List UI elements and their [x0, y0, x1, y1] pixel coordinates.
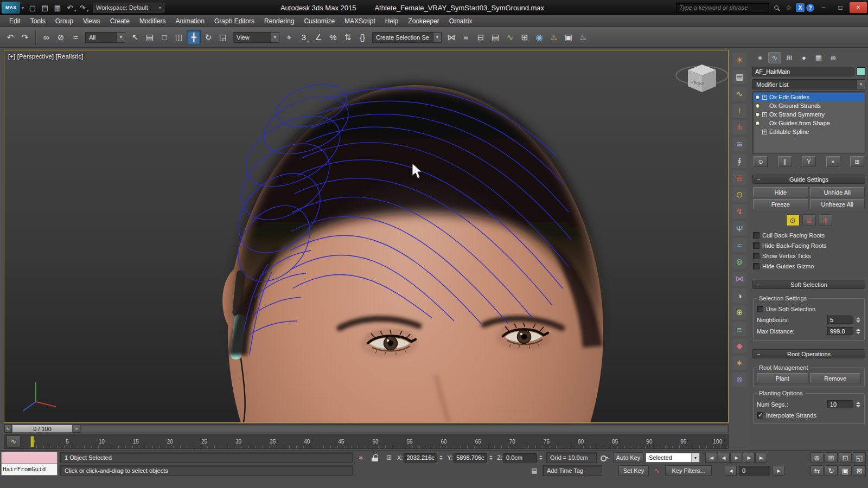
tab-hierarchy[interactable]: ⊞	[783, 52, 796, 63]
modifier-enable-bulb-icon[interactable]	[755, 104, 760, 108]
previous-frame-button[interactable]: ◀	[725, 466, 737, 476]
checkbox[interactable]	[753, 263, 760, 269]
rollout-header-root-operations[interactable]: − Root Operations	[752, 349, 865, 358]
tab-motion[interactable]: ●	[797, 52, 810, 63]
modifier-stack-item[interactable]: Ox Ground Strands	[754, 101, 864, 110]
time-slider-next-arrow[interactable]: >	[73, 425, 80, 433]
go-to-start-button[interactable]: |◀	[705, 453, 717, 463]
coordinate-field[interactable]: X: 2032.216c	[397, 453, 444, 463]
rollout-header-soft-selection[interactable]: − Soft Selection	[752, 280, 865, 289]
brush-guides-button[interactable]: ≣	[802, 214, 816, 226]
layer-manager-icon[interactable]: ⊟	[474, 30, 488, 45]
comb-guides-button[interactable]: ⋔	[819, 214, 832, 226]
guide-settings-button[interactable]: Hide	[753, 187, 808, 197]
interpolate-strands-checkbox[interactable]: Interpolate Strands	[757, 410, 861, 420]
zoom-icon[interactable]: ⊕	[810, 452, 824, 463]
select-and-move-icon[interactable]: ╋	[187, 30, 201, 45]
select-and-rotate-icon[interactable]: ↻	[201, 30, 215, 45]
numeric-input[interactable]: 10	[827, 400, 853, 408]
current-time-marker[interactable]	[30, 436, 34, 447]
ox-propagation-icon[interactable]: ∗	[732, 356, 746, 370]
expand-plus-icon[interactable]	[762, 95, 767, 100]
ox-length-icon[interactable]: ∮	[732, 154, 746, 168]
selection-lock-icon[interactable]	[369, 452, 381, 463]
selection-filter-dropdown[interactable]: All▼	[85, 32, 125, 43]
maximize-button[interactable]: □	[833, 2, 848, 13]
rectangular-selection-region-icon[interactable]: □	[157, 30, 171, 45]
ox-frizz-icon[interactable]: ↯	[732, 204, 746, 219]
render-setup-icon[interactable]: ♨	[547, 30, 561, 45]
modifier-enable-bulb-icon[interactable]	[755, 112, 760, 117]
spinner-arrows[interactable]	[855, 400, 861, 408]
a360-icon[interactable]: X	[796, 3, 805, 12]
menu-item[interactable]: Create	[105, 15, 135, 27]
auto-key-button[interactable]: Auto Key	[613, 452, 643, 463]
spinner-arrows[interactable]	[855, 327, 861, 335]
material-editor-icon[interactable]: ◉	[532, 30, 546, 45]
checkbox[interactable]	[757, 412, 763, 419]
checkbox[interactable]	[753, 242, 760, 249]
ox-detail-icon[interactable]: ◑	[732, 288, 746, 303]
snaps-toggle-icon[interactable]: 3∩	[297, 30, 311, 45]
ox-brush-icon[interactable]: ≣	[732, 171, 746, 185]
macro-recorder-line[interactable]	[1, 452, 58, 464]
modifier-stack-item[interactable]: Ox Guides from Shape	[754, 119, 864, 127]
time-tag-icon[interactable]: ▤	[528, 465, 540, 476]
viewport-3d-scene[interactable]: FRONT	[4, 50, 728, 422]
set-key-button[interactable]: Set Key	[618, 465, 649, 476]
angle-snap-icon[interactable]: ∠	[311, 30, 326, 45]
ox-guides-from-surface-icon[interactable]: ∿	[732, 87, 746, 101]
redo-icon[interactable]: ↷	[18, 30, 32, 45]
guide-settings-button[interactable]: Unfreeze All	[810, 199, 865, 209]
coordinate-value[interactable]: 2032.216c	[404, 453, 437, 463]
app-menu-button[interactable]: MAX	[2, 2, 20, 14]
field-of-view-icon[interactable]: ⊠	[853, 465, 866, 476]
coordinate-value[interactable]: 0.0cm	[503, 453, 537, 463]
menu-item[interactable]: Ornatrix	[444, 15, 477, 27]
pan-icon[interactable]: ⇆	[810, 465, 824, 476]
play-button[interactable]: ▶	[730, 453, 742, 463]
checkbox-row[interactable]: Hide Back-Facing Roots	[753, 240, 865, 251]
current-frame-field[interactable]: 0	[739, 466, 770, 476]
mini-curve-editor-button[interactable]: ∿	[7, 435, 21, 447]
align-icon[interactable]: ≡	[459, 30, 473, 45]
modifier-enable-bulb-icon[interactable]	[755, 95, 760, 100]
ox-hair-from-guides-icon[interactable]: ≀	[732, 104, 746, 118]
numeric-input[interactable]: 999.0	[827, 327, 853, 335]
guide-settings-button[interactable]: Freeze	[753, 199, 808, 209]
view-reference-dropdown[interactable]: View▼	[233, 32, 279, 43]
close-button[interactable]: ×	[850, 2, 867, 13]
schematic-view-icon[interactable]: ⊞	[518, 30, 532, 45]
rollout-header-guide-settings[interactable]: − Guide Settings	[752, 175, 865, 184]
expand-plus-icon[interactable]	[762, 112, 767, 117]
make-unique-button[interactable]: Y	[802, 156, 816, 167]
workspace-dropdown[interactable]: Workspace: Default ▾	[93, 3, 164, 12]
listener-line[interactable]: HairFromGuid	[1, 464, 58, 476]
render-production-icon[interactable]: ♨	[576, 30, 590, 45]
favorites-star-icon[interactable]: ☆	[783, 3, 794, 12]
menu-item[interactable]: Customize	[299, 15, 340, 27]
ox-ground-strands-icon[interactable]: ⊚	[732, 255, 746, 269]
menu-item[interactable]: Views	[78, 15, 105, 27]
edit-named-selection-sets-icon[interactable]: {}	[355, 30, 369, 45]
spinner-arrows[interactable]	[538, 453, 544, 463]
spinner-snap-icon[interactable]: ⇅	[341, 30, 355, 45]
menu-item[interactable]: MAXScript	[340, 15, 380, 27]
object-name-field[interactable]	[752, 67, 854, 76]
expand-plus-icon[interactable]	[762, 130, 767, 134]
spinner-arrows[interactable]	[488, 453, 494, 463]
undo-icon[interactable]: ↶	[3, 30, 17, 45]
checkbox[interactable]	[757, 306, 763, 312]
track-bar[interactable]: ∿ 05101520253035404550556065707580859095…	[4, 434, 729, 449]
window-crossing-icon[interactable]: ◫	[172, 30, 186, 45]
percent-snap-icon[interactable]: %	[326, 30, 340, 45]
object-color-swatch[interactable]	[857, 67, 865, 76]
checkbox-row[interactable]: Cull Back-Facing Roots	[753, 230, 865, 240]
infocenter-search[interactable]	[676, 3, 769, 12]
use-soft-selection-checkbox[interactable]: Use Soft-Selection	[757, 304, 861, 314]
checkbox-row[interactable]: Hide Guides Gizmo	[753, 261, 865, 271]
zoom-all-icon[interactable]: ⊞	[825, 452, 838, 463]
select-by-name-icon[interactable]: ▤	[143, 30, 157, 45]
absolute-mode-icon[interactable]: ⊞	[383, 452, 395, 463]
coordinate-field[interactable]: Z: 0.0cm	[497, 453, 544, 463]
